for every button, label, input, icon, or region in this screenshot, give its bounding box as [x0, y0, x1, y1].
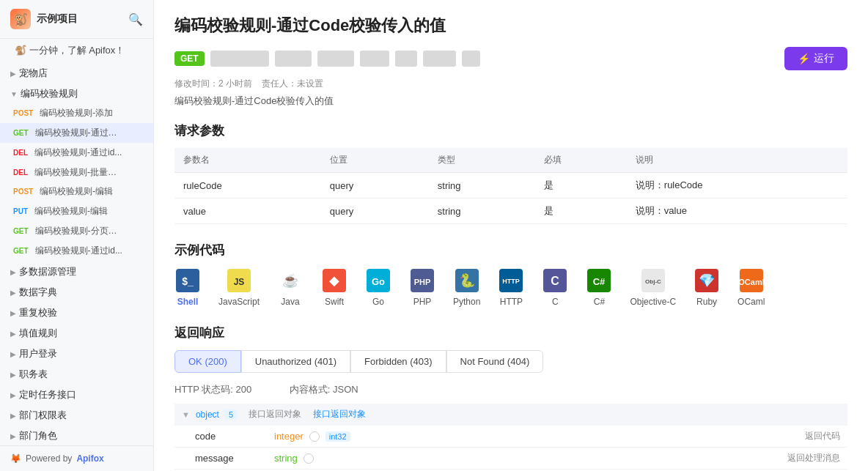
code-tab-label: Shell	[177, 297, 199, 307]
lightning-icon: ⚡	[798, 53, 810, 64]
tree-row-code: code integer int32 返回代码	[174, 426, 847, 448]
chevron-right-icon: ▶	[10, 330, 16, 338]
code-tab-http[interactable]: HTTP HTTP	[498, 267, 524, 307]
group-label: 填值规则	[19, 327, 57, 340]
resp-tab-401[interactable]: Unauthorized (401)	[241, 350, 350, 373]
method-badge: GET	[174, 51, 205, 66]
resp-status: HTTP 状态码: 200	[174, 384, 251, 395]
resp-tree: ▼ object 5 接口返回对象 接口返回对象 code integer in…	[174, 404, 847, 471]
sidebar-group-petshop[interactable]: ▶ 宠物店	[0, 62, 153, 83]
expand-icon[interactable]: ▼	[182, 410, 190, 419]
code-tab-shell[interactable]: $_ Shell	[174, 267, 201, 307]
sidebar-item-bulk-del[interactable]: DEL 编码校验规则-批量删除	[0, 163, 153, 182]
sidebar-item-get-id[interactable]: GET 编码校验规则-通过id...	[0, 241, 153, 261]
field-key: message	[195, 453, 268, 464]
item-label: 编码校验规则-分页列...	[35, 225, 123, 237]
main-content: 编码校验规则-通过Code校验传入的值 GET ⚡ 运行 修改时间：2 小时前 …	[154, 0, 868, 471]
java-icon: ☕	[277, 267, 304, 294]
sidebar-item-intro[interactable]: 🐒 一分钟，了解 Apifox！	[0, 39, 153, 62]
code-tabs: $_ Shell JS JavaScript ☕ Java ◆ Swift Go	[174, 267, 847, 307]
param-type: string	[429, 173, 535, 199]
col-header-name: 参数名	[174, 148, 321, 173]
chevron-right-icon: ▶	[10, 432, 16, 440]
sidebar-group-fill[interactable]: ▶ 填值规则	[0, 322, 153, 343]
sidebar-group-repeat[interactable]: ▶ 重复校验	[0, 302, 153, 322]
svg-text:🐍: 🐍	[459, 272, 476, 289]
url-segment-6	[423, 51, 456, 67]
sidebar-group-datasource[interactable]: ▶ 多数据源管理	[0, 261, 153, 281]
sidebar-item-code[interactable]: GET 编码校验规则-通过Co...	[0, 123, 153, 143]
code-section-title: 示例代码	[174, 242, 847, 259]
sidebar-group-dict[interactable]: ▶ 数据字典	[0, 281, 153, 302]
code-tab-python[interactable]: 🐍 Python	[453, 267, 480, 307]
sidebar-group-jobs[interactable]: ▶ 职务表	[0, 363, 153, 384]
item-label: 编码校验规则-编辑	[34, 205, 108, 218]
ocaml-icon: OCaml	[738, 267, 765, 294]
code-tab-c[interactable]: C C	[542, 267, 568, 307]
code-tab-javascript[interactable]: JS JavaScript	[218, 267, 260, 307]
code-tab-go[interactable]: Go Go	[365, 267, 391, 307]
param-type: string	[429, 199, 535, 224]
field-type: string	[274, 453, 298, 464]
csharp-icon: C#	[586, 267, 612, 294]
sidebar-group-dept-perm[interactable]: ▶ 部门权限表	[0, 404, 153, 425]
resp-content-type: 内容格式: JSON	[290, 384, 358, 395]
go-icon: Go	[365, 267, 391, 294]
code-tab-ruby[interactable]: 💎 Ruby	[694, 267, 720, 307]
sidebar-item-add[interactable]: POST 编码校验规则-添加	[0, 103, 153, 123]
param-desc: 说明：value	[627, 199, 847, 224]
code-tab-swift[interactable]: ◆ Swift	[321, 267, 347, 307]
code-tab-csharp[interactable]: C# C#	[586, 267, 612, 307]
sidebar-header: 🐒 示例项目 🔍	[0, 0, 153, 39]
sidebar-group-login[interactable]: ▶ 用户登录	[0, 343, 153, 363]
code-tab-label: Go	[372, 297, 384, 307]
code-tab-label: JavaScript	[218, 297, 260, 307]
svg-text:◆: ◆	[329, 273, 339, 288]
table-row: ruleCode query string 是 说明：ruleCode	[174, 173, 847, 199]
objc-icon: Obj-C	[640, 267, 666, 294]
code-tab-label: PHP	[413, 297, 432, 307]
field-desc: 返回处理消息	[787, 452, 840, 464]
url-segment-3	[317, 51, 354, 67]
code-tab-label: C	[552, 297, 559, 307]
resp-tab-200[interactable]: OK (200)	[174, 350, 241, 373]
param-required: 是	[535, 173, 627, 199]
method-badge-get: GET	[10, 128, 32, 138]
sidebar-item-edit-post[interactable]: POST 编码校验规则-编辑	[0, 182, 153, 202]
code-tab-ocaml[interactable]: OCaml OCaml	[738, 267, 765, 307]
code-tab-objc[interactable]: Obj-C Objective-C	[630, 267, 676, 307]
svg-text:Go: Go	[372, 276, 385, 287]
search-icon[interactable]: 🔍	[128, 12, 143, 26]
sidebar-group-dept-role[interactable]: ▶ 部门角色	[0, 425, 153, 445]
table-row: value query string 是 说明：value	[174, 199, 847, 224]
sidebar-item-page[interactable]: GET 编码校验规则-分页列...	[0, 221, 153, 241]
meta-row: 修改时间：2 小时前 责任人：未设置	[174, 78, 847, 90]
sidebar-group-tasks[interactable]: ▶ 定时任务接口	[0, 384, 153, 404]
svg-text:JS: JS	[234, 277, 245, 287]
code-tab-java[interactable]: ☕ Java	[277, 267, 304, 307]
resp-tab-404[interactable]: Not Found (404)	[446, 350, 544, 373]
root-type: object	[196, 409, 219, 420]
param-name: value	[174, 199, 321, 224]
resp-tab-403[interactable]: Forbidden (403)	[350, 350, 446, 373]
param-name: ruleCode	[174, 173, 321, 199]
group-label: 用户登录	[19, 347, 57, 360]
root-desc2: 接口返回对象	[313, 408, 366, 420]
svg-text:C#: C#	[593, 276, 606, 287]
chevron-right-icon: ▶	[10, 309, 16, 317]
sidebar-item-del-id[interactable]: DEL 编码校验规则-通过id...	[0, 143, 153, 163]
url-segment-4	[360, 51, 389, 67]
run-button[interactable]: ⚡ 运行	[784, 47, 847, 70]
code-tab-label: Ruby	[696, 297, 717, 307]
sidebar-item-edit-put[interactable]: PUT 编码校验规则-编辑	[0, 201, 153, 221]
url-segment-2	[275, 51, 312, 67]
code-tab-label: Objective-C	[630, 297, 676, 307]
run-label: 运行	[814, 52, 834, 65]
params-table: 参数名 位置 类型 必填 说明 ruleCode query string 是 …	[174, 148, 847, 224]
code-tab-php[interactable]: PHP PHP	[409, 267, 435, 307]
method-badge-get: GET	[10, 246, 32, 256]
svg-text:$_: $_	[182, 275, 194, 287]
code-tab-label: OCaml	[738, 297, 765, 307]
sidebar-group-validation[interactable]: ▼ 编码校验规则	[0, 83, 153, 103]
response-tabs: OK (200) Unauthorized (401) Forbidden (4…	[174, 350, 847, 373]
